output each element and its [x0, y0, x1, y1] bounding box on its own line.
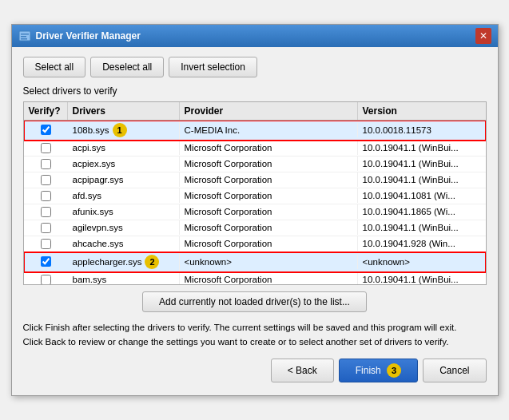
verify-checkbox-cell — [24, 236, 68, 252]
driver-name-cell: acpipagr.sys — [68, 172, 180, 187]
version-cell: 10.0.19041.1 (WinBui... — [358, 157, 486, 171]
verify-checkbox-cell — [24, 122, 68, 137]
driver-name-cell: ahcache.sys — [68, 236, 180, 251]
svg-rect-3 — [21, 38, 27, 40]
verify-checkbox-cell — [24, 254, 68, 269]
action-buttons: Select all Deselect all Invert selection — [23, 57, 487, 77]
table-row: acpiex.sysMicrosoft Corporation10.0.1904… — [24, 157, 486, 172]
verify-checkbox-cell — [24, 141, 68, 156]
verify-checkbox-cell — [24, 272, 68, 285]
verify-checkbox-cell — [24, 172, 68, 188]
verify-checkbox[interactable] — [41, 175, 51, 185]
version-cell: 10.0.19041.1 (WinBui... — [358, 172, 486, 187]
driver-name-cell: applecharger.sys2 — [68, 252, 180, 271]
finish-button[interactable]: Finish 3 — [339, 359, 418, 382]
table-row: 108b.sys1C-MEDIA Inc.10.0.0018.11573 — [24, 121, 486, 141]
info-line2: Click Back to review or change the setti… — [23, 335, 487, 349]
verify-checkbox-cell — [24, 188, 68, 204]
driver-name-cell: afunix.sys — [68, 204, 180, 219]
version-cell: 10.0.19041.1081 (Wi... — [358, 188, 486, 203]
provider-cell: Microsoft Corporation — [180, 188, 358, 203]
driver-name-cell: agilevpn.sys — [68, 220, 180, 235]
title-bar: Driver Verifier Manager ✕ — [12, 25, 498, 47]
table-header: Verify? Drivers Provider Version — [24, 102, 486, 121]
deselect-all-button[interactable]: Deselect all — [90, 57, 164, 77]
verify-checkbox[interactable] — [41, 223, 51, 233]
step-indicator: 1 — [113, 123, 127, 137]
add-drivers-button[interactable]: Add currently not loaded driver(s) to th… — [142, 291, 367, 312]
content-area: Select all Deselect all Invert selection… — [12, 47, 498, 396]
close-button[interactable]: ✕ — [475, 28, 491, 44]
version-cell: 10.0.19041.928 (Win... — [358, 236, 486, 251]
version-cell: 10.0.19041.1 (WinBui... — [358, 272, 486, 285]
svg-rect-2 — [21, 36, 26, 38]
section-label: Select drivers to verify — [23, 85, 487, 97]
select-all-button[interactable]: Select all — [23, 57, 86, 77]
cancel-button[interactable]: Cancel — [423, 359, 486, 382]
version-cell: 10.0.19041.1 (WinBui... — [358, 141, 486, 155]
provider-cell: Microsoft Corporation — [180, 172, 358, 187]
driver-name-cell: afd.sys — [68, 188, 180, 203]
header-version: Version — [358, 102, 486, 120]
verify-checkbox-cell — [24, 157, 68, 172]
verify-checkbox-cell — [24, 220, 68, 236]
version-cell: 10.0.0018.11573 — [358, 123, 486, 137]
provider-cell: Microsoft Corporation — [180, 157, 358, 171]
driver-name-cell: 108b.sys1 — [68, 121, 180, 140]
table-row: afd.sysMicrosoft Corporation10.0.19041.1… — [24, 188, 486, 204]
table-row: acpi.sysMicrosoft Corporation10.0.19041.… — [24, 141, 486, 157]
provider-cell: Microsoft Corporation — [180, 236, 358, 251]
provider-cell: Microsoft Corporation — [180, 204, 358, 219]
provider-cell: Microsoft Corporation — [180, 141, 358, 155]
table-row: afunix.sysMicrosoft Corporation10.0.1904… — [24, 204, 486, 220]
version-cell: 10.0.19041.1865 (Wi... — [358, 204, 486, 219]
verify-checkbox[interactable] — [41, 125, 51, 135]
header-provider: Provider — [180, 102, 358, 120]
table-body: 108b.sys1C-MEDIA Inc.10.0.0018.11573acpi… — [24, 121, 486, 285]
step-indicator: 2 — [145, 255, 159, 269]
table-row: ahcache.sysMicrosoft Corporation10.0.190… — [24, 236, 486, 252]
invert-selection-button[interactable]: Invert selection — [169, 57, 257, 77]
footer-buttons: < Back Finish 3 Cancel — [23, 359, 487, 386]
info-line1: Click Finish after selecting the drivers… — [23, 320, 487, 335]
verify-checkbox[interactable] — [41, 191, 51, 201]
provider-cell: Microsoft Corporation — [180, 272, 358, 285]
provider-cell: C-MEDIA Inc. — [180, 123, 358, 137]
verify-checkbox[interactable] — [41, 143, 51, 153]
verify-checkbox[interactable] — [41, 159, 51, 169]
driver-name-cell: bam.sys — [68, 272, 180, 285]
drivers-table[interactable]: Verify? Drivers Provider Version 108b.sy… — [23, 101, 487, 285]
main-window: Driver Verifier Manager ✕ Select all Des… — [11, 24, 499, 397]
provider-cell: <unknown> — [180, 255, 358, 269]
verify-checkbox-cell — [24, 204, 68, 220]
verify-checkbox[interactable] — [41, 239, 51, 249]
window-icon — [18, 30, 31, 42]
provider-cell: Microsoft Corporation — [180, 220, 358, 235]
verify-checkbox[interactable] — [41, 275, 51, 285]
version-cell: 10.0.19041.1 (WinBui... — [358, 220, 486, 235]
header-drivers: Drivers — [68, 102, 180, 120]
verify-checkbox[interactable] — [41, 207, 51, 217]
add-button-row: Add currently not loaded driver(s) to th… — [23, 291, 487, 312]
driver-name-cell: acpi.sys — [68, 141, 180, 155]
header-verify: Verify? — [24, 102, 68, 120]
table-row: acpipagr.sysMicrosoft Corporation10.0.19… — [24, 172, 486, 188]
verify-checkbox[interactable] — [41, 256, 51, 267]
title-bar-left: Driver Verifier Manager — [18, 30, 141, 42]
info-text: Click Finish after selecting the drivers… — [23, 320, 487, 350]
version-cell: <unknown> — [358, 255, 486, 269]
table-row: applecharger.sys2<unknown><unknown> — [24, 252, 486, 272]
table-row: bam.sysMicrosoft Corporation10.0.19041.1… — [24, 272, 486, 285]
svg-rect-1 — [21, 34, 29, 35]
driver-name-cell: acpiex.sys — [68, 157, 180, 171]
window-title: Driver Verifier Manager — [36, 30, 141, 42]
step-3-indicator: 3 — [387, 363, 401, 378]
table-row: agilevpn.sysMicrosoft Corporation10.0.19… — [24, 220, 486, 236]
back-button[interactable]: < Back — [271, 359, 334, 382]
